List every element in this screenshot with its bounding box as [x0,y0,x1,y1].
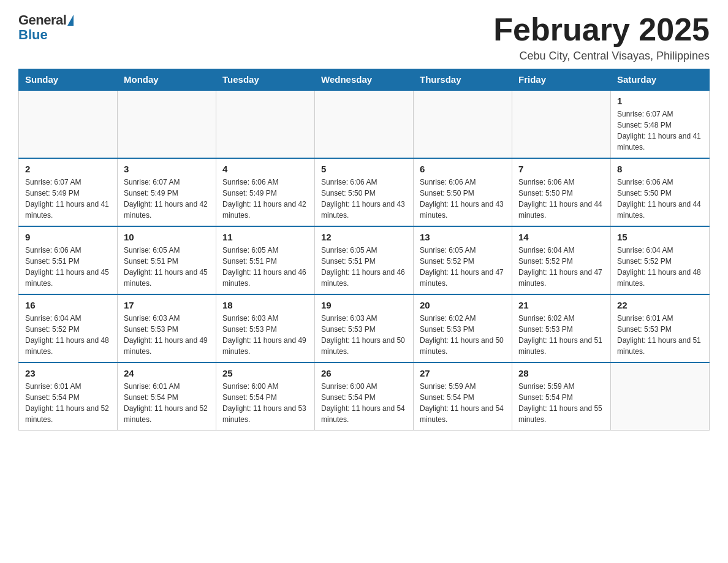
day-info: Sunrise: 6:07 AMSunset: 5:49 PMDaylight:… [25,177,111,221]
calendar-header-wednesday: Wednesday [315,69,414,91]
calendar-cell [19,90,118,158]
calendar-cell [216,90,315,158]
day-number: 21 [518,300,604,310]
day-info: Sunrise: 6:06 AMSunset: 5:49 PMDaylight:… [222,177,308,221]
day-info: Sunrise: 6:05 AMSunset: 5:52 PMDaylight:… [420,245,506,289]
day-number: 4 [222,164,308,174]
calendar-week-row: 23Sunrise: 6:01 AMSunset: 5:54 PMDayligh… [19,362,710,431]
day-number: 22 [617,300,703,310]
logo-general-text: General [18,12,66,28]
day-info: Sunrise: 5:59 AMSunset: 5:54 PMDaylight:… [420,381,506,425]
calendar-cell [315,90,414,158]
calendar-cell: 21Sunrise: 6:02 AMSunset: 5:53 PMDayligh… [512,294,611,362]
calendar-cell: 12Sunrise: 6:05 AMSunset: 5:51 PMDayligh… [315,226,414,294]
day-info: Sunrise: 6:02 AMSunset: 5:53 PMDaylight:… [518,313,604,357]
calendar-week-row: 1Sunrise: 6:07 AMSunset: 5:48 PMDaylight… [19,90,710,158]
day-info: Sunrise: 6:05 AMSunset: 5:51 PMDaylight:… [321,245,407,289]
day-number: 20 [420,300,506,310]
day-info: Sunrise: 6:03 AMSunset: 5:53 PMDaylight:… [124,313,210,357]
day-info: Sunrise: 6:02 AMSunset: 5:53 PMDaylight:… [420,313,506,357]
day-info: Sunrise: 6:07 AMSunset: 5:48 PMDaylight:… [617,109,703,153]
calendar-cell: 13Sunrise: 6:05 AMSunset: 5:52 PMDayligh… [414,226,512,294]
day-info: Sunrise: 6:06 AMSunset: 5:50 PMDaylight:… [321,177,407,221]
calendar-cell: 18Sunrise: 6:03 AMSunset: 5:53 PMDayligh… [216,294,315,362]
day-number: 12 [321,232,407,242]
day-number: 25 [222,368,308,378]
day-info: Sunrise: 6:04 AMSunset: 5:52 PMDaylight:… [25,313,111,357]
day-number: 19 [321,300,407,310]
title-block: February 2025 Cebu City, Central Visayas… [493,12,710,63]
calendar-table: SundayMondayTuesdayWednesdayThursdayFrid… [18,69,710,431]
page-header: General Blue February 2025 Cebu City, Ce… [18,12,710,63]
day-info: Sunrise: 6:07 AMSunset: 5:49 PMDaylight:… [124,177,210,221]
calendar-cell: 27Sunrise: 5:59 AMSunset: 5:54 PMDayligh… [414,362,512,431]
day-info: Sunrise: 6:06 AMSunset: 5:51 PMDaylight:… [25,245,111,289]
day-info: Sunrise: 6:03 AMSunset: 5:53 PMDaylight:… [321,313,407,357]
day-number: 3 [124,164,210,174]
calendar-week-row: 16Sunrise: 6:04 AMSunset: 5:52 PMDayligh… [19,294,710,362]
calendar-cell: 4Sunrise: 6:06 AMSunset: 5:49 PMDaylight… [216,158,315,226]
calendar-cell: 25Sunrise: 6:00 AMSunset: 5:54 PMDayligh… [216,362,315,431]
calendar-cell: 23Sunrise: 6:01 AMSunset: 5:54 PMDayligh… [19,362,118,431]
day-number: 1 [617,96,703,106]
day-info: Sunrise: 6:00 AMSunset: 5:54 PMDaylight:… [321,381,407,425]
logo-triangle-icon [67,15,74,26]
day-number: 8 [617,164,703,174]
day-number: 10 [124,232,210,242]
calendar-cell: 1Sunrise: 6:07 AMSunset: 5:48 PMDaylight… [611,90,710,158]
calendar-cell: 26Sunrise: 6:00 AMSunset: 5:54 PMDayligh… [315,362,414,431]
calendar-header-thursday: Thursday [414,69,512,91]
day-number: 26 [321,368,407,378]
calendar-week-row: 9Sunrise: 6:06 AMSunset: 5:51 PMDaylight… [19,226,710,294]
calendar-cell [118,90,216,158]
calendar-header-monday: Monday [118,69,216,91]
calendar-cell: 20Sunrise: 6:02 AMSunset: 5:53 PMDayligh… [414,294,512,362]
day-number: 7 [518,164,604,174]
calendar-header-saturday: Saturday [611,69,710,91]
calendar-cell: 11Sunrise: 6:05 AMSunset: 5:51 PMDayligh… [216,226,315,294]
day-number: 24 [124,368,210,378]
calendar-cell: 10Sunrise: 6:05 AMSunset: 5:51 PMDayligh… [118,226,216,294]
calendar-header-row: SundayMondayTuesdayWednesdayThursdayFrid… [19,69,710,91]
day-number: 28 [518,368,604,378]
calendar-cell [611,362,710,431]
calendar-cell [512,90,611,158]
day-number: 23 [25,368,111,378]
day-number: 16 [25,300,111,310]
day-number: 9 [25,232,111,242]
logo: General Blue [18,12,74,43]
day-info: Sunrise: 6:01 AMSunset: 5:54 PMDaylight:… [25,381,111,425]
calendar-cell: 16Sunrise: 6:04 AMSunset: 5:52 PMDayligh… [19,294,118,362]
calendar-cell [414,90,512,158]
calendar-cell: 9Sunrise: 6:06 AMSunset: 5:51 PMDaylight… [19,226,118,294]
day-number: 2 [25,164,111,174]
calendar-week-row: 2Sunrise: 6:07 AMSunset: 5:49 PMDaylight… [19,158,710,226]
logo-blue-text: Blue [18,27,48,43]
calendar-header-sunday: Sunday [19,69,118,91]
calendar-cell: 8Sunrise: 6:06 AMSunset: 5:50 PMDaylight… [611,158,710,226]
calendar-cell: 7Sunrise: 6:06 AMSunset: 5:50 PMDaylight… [512,158,611,226]
calendar-cell: 19Sunrise: 6:03 AMSunset: 5:53 PMDayligh… [315,294,414,362]
day-info: Sunrise: 6:00 AMSunset: 5:54 PMDaylight:… [222,381,308,425]
calendar-header-friday: Friday [512,69,611,91]
month-title: February 2025 [493,12,710,47]
day-number: 13 [420,232,506,242]
day-number: 18 [222,300,308,310]
day-number: 27 [420,368,506,378]
day-number: 6 [420,164,506,174]
calendar-cell: 28Sunrise: 5:59 AMSunset: 5:54 PMDayligh… [512,362,611,431]
calendar-cell: 14Sunrise: 6:04 AMSunset: 5:52 PMDayligh… [512,226,611,294]
day-info: Sunrise: 6:05 AMSunset: 5:51 PMDaylight:… [124,245,210,289]
day-info: Sunrise: 6:06 AMSunset: 5:50 PMDaylight:… [420,177,506,221]
day-info: Sunrise: 6:01 AMSunset: 5:54 PMDaylight:… [124,381,210,425]
calendar-cell: 22Sunrise: 6:01 AMSunset: 5:53 PMDayligh… [611,294,710,362]
calendar-cell: 2Sunrise: 6:07 AMSunset: 5:49 PMDaylight… [19,158,118,226]
day-number: 15 [617,232,703,242]
day-info: Sunrise: 6:03 AMSunset: 5:53 PMDaylight:… [222,313,308,357]
calendar-cell: 24Sunrise: 6:01 AMSunset: 5:54 PMDayligh… [118,362,216,431]
location-title: Cebu City, Central Visayas, Philippines [493,50,710,63]
calendar-cell: 6Sunrise: 6:06 AMSunset: 5:50 PMDaylight… [414,158,512,226]
day-number: 14 [518,232,604,242]
calendar-cell: 15Sunrise: 6:04 AMSunset: 5:52 PMDayligh… [611,226,710,294]
day-info: Sunrise: 6:01 AMSunset: 5:53 PMDaylight:… [617,313,703,357]
